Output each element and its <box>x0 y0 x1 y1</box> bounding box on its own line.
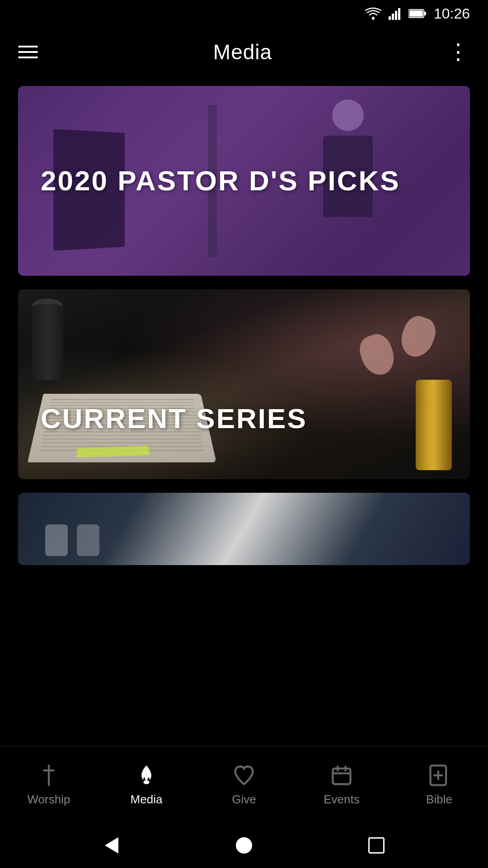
svg-rect-1 <box>389 16 391 20</box>
bible-icon <box>427 763 452 788</box>
menu-button[interactable] <box>18 46 38 58</box>
app-header: Media ⋮ <box>0 27 488 77</box>
nav-label-worship: Worship <box>28 793 70 807</box>
status-bar: 10:26 <box>0 0 488 27</box>
signal-icon <box>389 7 401 20</box>
svg-point-0 <box>372 17 375 19</box>
nav-item-events[interactable]: Events <box>293 763 390 807</box>
nav-item-worship[interactable]: Worship <box>0 763 98 807</box>
recents-button[interactable] <box>365 834 388 857</box>
wifi-icon <box>365 7 381 20</box>
nav-item-media[interactable]: Media <box>98 763 195 807</box>
status-time: 10:26 <box>434 5 470 22</box>
battery-icon <box>408 8 427 19</box>
svg-rect-6 <box>424 12 426 15</box>
more-options-button[interactable]: ⋮ <box>447 41 470 63</box>
nav-label-give: Give <box>232 793 256 807</box>
give-heart-icon <box>231 763 257 788</box>
media-card-partial[interactable] <box>18 493 470 565</box>
card-2-label: CURRENT SERIES <box>41 403 307 434</box>
media-flame-icon <box>134 763 159 788</box>
bottom-navigation: Worship Media Give Even <box>0 746 488 823</box>
media-card-current-series[interactable]: CURRENT SERIES <box>18 289 470 479</box>
back-button[interactable] <box>100 834 123 857</box>
svg-rect-9 <box>333 769 351 784</box>
svg-rect-4 <box>398 8 400 20</box>
nav-item-give[interactable]: Give <box>195 763 293 807</box>
nav-label-bible: Bible <box>426 793 452 807</box>
nav-label-media: Media <box>131 793 163 807</box>
card-1-label: 2020 PASTOR D'S PICKS <box>41 165 400 196</box>
nav-label-events: Events <box>324 793 360 807</box>
svg-rect-2 <box>392 14 394 20</box>
page-title: Media <box>213 40 272 64</box>
worship-icon <box>36 763 61 788</box>
system-navigation <box>0 823 488 868</box>
nav-item-bible[interactable]: Bible <box>390 763 488 807</box>
svg-rect-7 <box>409 10 423 17</box>
svg-rect-3 <box>395 11 397 20</box>
home-button[interactable] <box>233 834 255 857</box>
events-calendar-icon <box>329 763 354 788</box>
media-list: 2020 PASTOR D'S PICKS CURRENT SERIES <box>0 77 488 764</box>
svg-point-8 <box>144 780 150 784</box>
media-card-pastor-picks[interactable]: 2020 PASTOR D'S PICKS <box>18 86 470 276</box>
